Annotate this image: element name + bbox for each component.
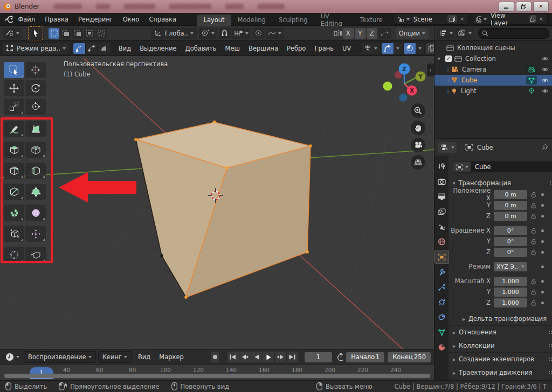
jump-to-end-button[interactable] <box>287 352 298 362</box>
select-mode-intersect-button[interactable] <box>96 28 107 39</box>
tool-scale-button[interactable] <box>4 99 24 115</box>
animate-dot[interactable] <box>541 251 544 254</box>
eye-icon[interactable] <box>541 56 549 61</box>
tool-bevel-button[interactable] <box>4 163 24 179</box>
camera-view-button[interactable] <box>411 138 425 152</box>
drag-dots-icon[interactable] <box>548 344 552 348</box>
overlays-toggle[interactable] <box>426 43 434 54</box>
viewport-3d[interactable]: Пользовательская перспектива (1) Cube <box>0 56 434 349</box>
timeline-editor-type-dropdown[interactable] <box>3 352 22 362</box>
tool-measure-button[interactable] <box>25 121 46 137</box>
tab-particles[interactable] <box>434 281 448 293</box>
maximize-button[interactable] <box>516 2 532 12</box>
lock-icon[interactable] <box>529 213 538 219</box>
face-select-button[interactable] <box>98 43 110 54</box>
drag-dots-icon[interactable] <box>548 330 552 334</box>
tool-transform-button[interactable] <box>25 99 46 115</box>
timeline-marker-menu[interactable]: Маркер <box>155 353 188 361</box>
tab-world[interactable] <box>434 235 448 248</box>
titlebar[interactable]: Blender ✕ <box>0 0 552 13</box>
tab-constraints[interactable] <box>434 311 448 324</box>
tool-poly-build-button[interactable] <box>25 184 46 200</box>
lock-icon[interactable] <box>529 289 538 295</box>
transform-orientation-dropdown[interactable]: Глоба.. <box>151 28 197 39</box>
rotation-z-field[interactable]: 0° <box>494 248 527 257</box>
properties-editor-type-dropdown[interactable] <box>438 142 457 153</box>
rotation-x-field[interactable]: 0° <box>494 226 527 235</box>
minimize-button[interactable] <box>499 2 514 12</box>
menu-window[interactable]: Окно <box>118 16 144 23</box>
keying-dropdown[interactable]: Кеинг <box>98 351 132 363</box>
animate-dot[interactable] <box>541 204 544 207</box>
pivot-point-dropdown[interactable] <box>199 28 217 39</box>
rotation-mode-dropdown[interactable]: XYZ Э.. <box>494 262 527 271</box>
timeline-view-menu[interactable]: Вид <box>134 353 155 361</box>
jump-to-start-button[interactable] <box>227 352 239 362</box>
current-frame-field[interactable]: 1 <box>305 352 332 362</box>
light-data-icon[interactable] <box>526 87 537 95</box>
camera-row[interactable]: ├ Camera <box>434 64 552 75</box>
new-scene-button[interactable] <box>447 15 457 23</box>
lock-icon[interactable] <box>529 228 538 234</box>
light-row[interactable]: ├ Light <box>434 86 552 96</box>
view-layer-selector[interactable]: View Layer ✕ <box>473 13 548 25</box>
tool-select-box-button[interactable] <box>4 62 24 78</box>
tool-move-button[interactable] <box>4 80 24 96</box>
frame-start-field[interactable]: Начало1 <box>346 352 384 362</box>
tab-object[interactable] <box>434 250 448 263</box>
edge-menu[interactable]: Ребро <box>282 45 310 52</box>
rotation-y-field[interactable]: 0° <box>494 237 527 246</box>
tool-extrude-region-button[interactable] <box>4 142 24 158</box>
outliner-filter-dropdown[interactable] <box>456 28 474 39</box>
face-menu[interactable]: Грань <box>310 45 338 52</box>
lock-icon[interactable] <box>529 239 538 244</box>
tool-rip-region-button[interactable] <box>25 247 46 263</box>
delta-transform-panel[interactable]: ▸Дельта-трансформация <box>448 312 552 325</box>
location-y-field[interactable]: 0 m <box>494 201 527 210</box>
play-reverse-button[interactable] <box>251 352 263 362</box>
tab-render[interactable] <box>434 175 448 188</box>
tool-annotate-button[interactable] <box>4 121 24 137</box>
visibility-dropdown[interactable] <box>362 43 380 54</box>
lock-icon[interactable] <box>529 300 538 306</box>
add-menu[interactable]: Добавить <box>181 45 221 52</box>
scale-z-field[interactable]: 1.000 <box>494 298 527 307</box>
vertex-select-button[interactable] <box>73 43 86 54</box>
snap-toggle-viewport[interactable] <box>382 43 394 54</box>
pin-icon[interactable] <box>541 144 548 151</box>
remove-view-layer-icon[interactable]: ✕ <box>536 16 546 22</box>
tab-physics[interactable] <box>434 296 448 309</box>
workspace-tab-modeling[interactable]: Modeling <box>231 15 272 26</box>
collection-checkbox[interactable]: ✓ <box>445 55 452 62</box>
animate-dot[interactable] <box>541 240 544 243</box>
tool-shrink-fatten-button[interactable] <box>25 226 46 242</box>
transform-panel-header[interactable]: ▾ Трансформация <box>453 179 552 187</box>
workspace-tab-layout[interactable]: Layout <box>197 15 231 26</box>
zoom-button[interactable] <box>411 103 425 118</box>
menu-help[interactable]: Справка <box>144 16 181 23</box>
select-mode-set-button[interactable] <box>49 28 59 39</box>
scale-y-field[interactable]: 1.000 <box>494 288 527 297</box>
navigation-gizmo[interactable]: Z Y X <box>379 60 429 110</box>
workspace-tab-sculpting[interactable]: Sculpting <box>272 15 314 26</box>
prev-keyframe-button[interactable] <box>239 352 251 362</box>
mode-selector-dropdown[interactable]: Режим реда.. <box>3 43 69 54</box>
mesh-data-icon[interactable] <box>526 76 537 85</box>
view-menu[interactable]: Вид <box>114 45 135 52</box>
animate-dot[interactable] <box>541 291 544 293</box>
animate-dot[interactable] <box>541 265 544 268</box>
sidebar-collapse-tab[interactable]: ‹ <box>427 64 434 76</box>
tab-object-data[interactable] <box>434 326 448 339</box>
proportional-dropdown-arrow[interactable] <box>416 43 424 54</box>
close-button[interactable]: ✕ <box>533 2 549 12</box>
outliner-search-input[interactable] <box>488 30 546 37</box>
collection-row[interactable]: ▾ ✓ Collection <box>434 53 552 64</box>
lock-icon[interactable] <box>529 192 538 198</box>
motion-paths-panel[interactable]: ▸Траектории движения <box>448 366 552 379</box>
tool-to-sphere-button[interactable] <box>4 247 24 263</box>
mesh-menu[interactable]: Меш <box>221 45 245 52</box>
location-x-field[interactable]: 0 m <box>494 190 527 199</box>
correct-face-attributes-toggle[interactable] <box>378 28 391 39</box>
snap-toggle[interactable] <box>219 28 231 39</box>
timeline-scrollbar[interactable] <box>4 374 430 378</box>
